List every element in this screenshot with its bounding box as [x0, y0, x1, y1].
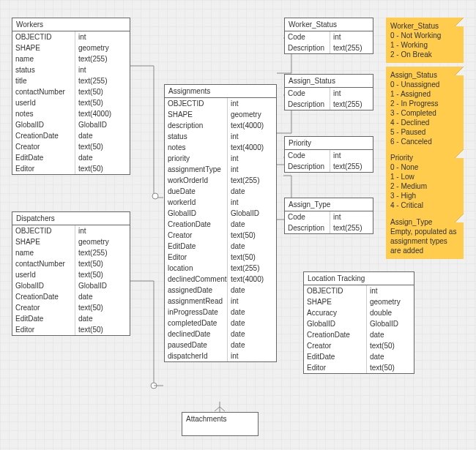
table-row: Codeint — [285, 88, 373, 99]
note-line: Empty, populated as — [390, 227, 459, 236]
note-line: 6 - Canceled — [390, 137, 459, 146]
column-name: CreationDate — [304, 329, 367, 340]
column-type: text(4000) — [228, 120, 276, 131]
column-name: userId — [12, 269, 75, 280]
note-title: Priority — [390, 153, 459, 162]
note-line: 0 - Not Working — [390, 31, 459, 40]
column-type: text(255) — [75, 53, 130, 64]
column-name: title — [12, 75, 75, 86]
column-type: text(255) — [330, 99, 373, 110]
column-type: GlobalID — [367, 318, 414, 329]
table-row: EditDatedate — [12, 152, 130, 163]
table-row: EditDatedate — [165, 241, 276, 252]
column-name: Creator — [12, 302, 75, 313]
column-name: EditDate — [12, 152, 75, 163]
column-type: date — [228, 186, 276, 197]
entity-title: Worker_Status — [285, 18, 373, 31]
column-type: date — [228, 241, 276, 252]
column-name: dispatcherId — [165, 350, 228, 361]
note-line: 1 - Assigned — [390, 89, 459, 99]
table-row: inProgressDatedate — [165, 307, 276, 318]
table-row: Creatortext(50) — [165, 230, 276, 241]
note-lines: 0 - None1 - Low2 - Medium3 - High4 - Cri… — [390, 162, 459, 210]
table-row: titletext(255) — [12, 75, 130, 86]
table-row: nametext(255) — [12, 247, 130, 258]
table-row: contactNumbertext(50) — [12, 258, 130, 269]
column-name: assignmentType — [165, 164, 228, 175]
column-name: Code — [285, 88, 330, 99]
table-row: GlobalIDGlobalID — [304, 318, 414, 329]
column-name: priority — [165, 153, 228, 164]
note-priority: Priority 0 - None1 - Low2 - Medium3 - Hi… — [386, 149, 464, 214]
column-name: declinedComment — [165, 274, 228, 285]
column-type: geometry — [75, 236, 130, 247]
table-row: Creatortext(50) — [12, 141, 130, 152]
column-name: contactNumber — [12, 258, 75, 269]
column-type: text(50) — [75, 97, 130, 108]
table-row: assignmentReadint — [165, 296, 276, 307]
entity-rows: CodeintDescriptiontext(255) — [285, 150, 373, 172]
entity-worker-status: Worker_Status CodeintDescriptiontext(255… — [284, 18, 373, 54]
note-lines: 0 - Unassigned1 - Assigned2 - In Progres… — [390, 80, 459, 146]
column-name: Description — [285, 99, 330, 110]
entity-title: Assignments — [165, 85, 276, 98]
table-row: descriptiontext(4000) — [165, 120, 276, 131]
column-type: GlobalID — [228, 208, 276, 219]
column-name: Editor — [12, 324, 75, 335]
table-row: Creatortext(50) — [12, 302, 130, 313]
note-line: 2 - On Break — [390, 50, 459, 59]
table-row: Codeint — [285, 211, 373, 222]
column-type: double — [367, 307, 414, 318]
column-type: date — [228, 318, 276, 329]
column-name: Code — [285, 150, 330, 161]
column-name: OBJECTID — [12, 225, 75, 236]
column-type: text(50) — [228, 252, 276, 263]
table-row: Descriptiontext(255) — [285, 42, 373, 53]
table-row: OBJECTIDint — [304, 285, 414, 296]
column-type: text(255) — [330, 222, 373, 233]
note-line: 1 - Working — [390, 40, 459, 50]
column-type: int — [228, 98, 276, 109]
table-row: notestext(4000) — [165, 142, 276, 153]
table-row: declinedDatedate — [165, 329, 276, 340]
column-name: name — [12, 247, 75, 258]
column-type: int — [228, 296, 276, 307]
column-type: text(50) — [75, 141, 130, 152]
column-type: date — [367, 329, 414, 340]
column-type: text(255) — [75, 75, 130, 86]
column-name: assignmentRead — [165, 296, 228, 307]
table-row: EditDatedate — [12, 313, 130, 324]
svg-point-1 — [151, 383, 157, 389]
column-type: geometry — [75, 42, 130, 53]
note-line: assignment types are added — [390, 236, 459, 255]
column-type: date — [75, 130, 130, 141]
note-line: 2 - Medium — [390, 181, 459, 191]
table-row: pausedDatedate — [165, 340, 276, 350]
entity-assignments: Assignments OBJECTIDintSHAPEgeometrydesc… — [164, 84, 277, 362]
note-line: 4 - Declined — [390, 118, 459, 127]
column-type: int — [228, 153, 276, 164]
column-name: Editor — [165, 252, 228, 263]
column-name: completedDate — [165, 318, 228, 329]
column-name: Accuracy — [304, 307, 367, 318]
column-name: status — [165, 131, 228, 142]
column-name: GlobalID — [12, 280, 75, 291]
note-lines: 0 - Not Working1 - Working2 - On Break — [390, 31, 459, 59]
column-type: text(50) — [75, 302, 130, 313]
column-type: text(255) — [228, 263, 276, 274]
table-row: CreationDatedate — [165, 219, 276, 230]
column-name: GlobalID — [12, 119, 75, 130]
table-row: priorityint — [165, 153, 276, 164]
column-type: geometry — [228, 109, 276, 120]
note-line: 3 - High — [390, 191, 459, 200]
table-row: dispatcherIdint — [165, 350, 276, 361]
column-type: int — [330, 150, 373, 161]
column-name: SHAPE — [165, 109, 228, 120]
table-row: GlobalIDGlobalID — [12, 119, 130, 130]
entity-rows: OBJECTIDintSHAPEgeometrydescriptiontext(… — [165, 98, 276, 361]
note-title: Assign_Status — [390, 70, 459, 80]
column-name: OBJECTID — [304, 285, 367, 296]
entity-attachments: Attachments — [182, 412, 259, 436]
column-type: text(50) — [367, 340, 414, 351]
column-name: Creator — [12, 141, 75, 152]
